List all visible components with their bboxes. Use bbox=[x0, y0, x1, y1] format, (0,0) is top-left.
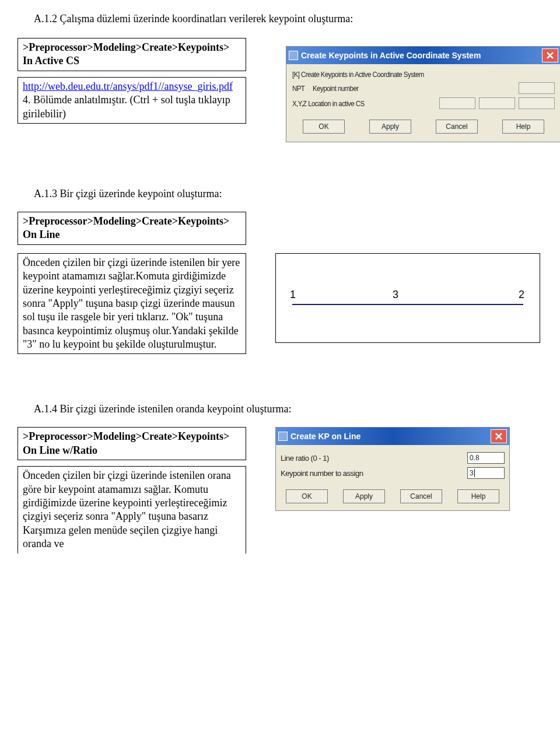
dialog1-xyz-label: X,Y,Z Location in active CS bbox=[292, 99, 422, 108]
keypoint-label-2: 2 bbox=[519, 289, 524, 301]
description-box-6: Önceden çizilen bir çizgi üzerinde isten… bbox=[18, 466, 246, 553]
dialog2-title: Create KP on Line bbox=[290, 432, 360, 441]
input-line-ratio[interactable]: 0.8 bbox=[467, 452, 505, 464]
menu-path-box-1: >Preprocessor>Modeling>Create>Keypoints>… bbox=[18, 38, 246, 71]
input-kp-number[interactable]: 3 bbox=[467, 467, 505, 479]
menu-path-box-5: >Preprocessor>Modeling>Create>Keypoints>… bbox=[18, 427, 246, 460]
menu-path-3: >Preprocessor>Modeling>Create>Keypoints> bbox=[23, 215, 229, 227]
input-y[interactable] bbox=[479, 97, 515, 109]
link-note-box: http://web.deu.edu.tr/ansys/pdf1//ansyse… bbox=[18, 77, 246, 124]
input-keypoint-number[interactable] bbox=[519, 82, 555, 94]
dialog2-titlebar: Create KP on Line bbox=[276, 428, 509, 445]
keypoint-label-1: 1 bbox=[290, 289, 296, 301]
dialog-create-keypoints: Create Keypoints in Active Coordinate Sy… bbox=[286, 46, 560, 142]
help-button[interactable]: Help bbox=[502, 120, 544, 134]
ok-button[interactable]: OK bbox=[286, 489, 328, 503]
menu-path-1: >Preprocessor>Modeling>Create>Keypoints> bbox=[23, 41, 229, 53]
pdf-link[interactable]: http://web.deu.edu.tr/ansys/pdf1//ansyse… bbox=[23, 80, 233, 92]
link-note-rest: 4. Bölümde anlatılmıştır. (Ctrl + sol tu… bbox=[23, 94, 230, 119]
cancel-button[interactable]: Cancel bbox=[400, 489, 442, 503]
keypoint-label-3: 3 bbox=[393, 289, 398, 301]
menu-path-5-sub: On Line w/Ratio bbox=[23, 444, 97, 456]
dialog1-titlebar: Create Keypoints in Active Coordinate Sy… bbox=[286, 47, 560, 64]
apply-button[interactable]: Apply bbox=[369, 120, 411, 134]
section-heading-a13: A.1.3 Bir çizgi üzerinde keypoint oluştu… bbox=[34, 188, 542, 200]
ok-button[interactable]: OK bbox=[303, 120, 345, 134]
menu-path-1-sub: In Active CS bbox=[23, 55, 79, 66]
menu-path-box-3: >Preprocessor>Modeling>Create>Keypoints>… bbox=[18, 212, 246, 245]
section-heading-a14: A.1.4 Bir çizgi üzerinde istenilen orand… bbox=[34, 403, 542, 415]
window-icon bbox=[278, 432, 288, 441]
dialog1-title: Create Keypoints in Active Coordinate Sy… bbox=[301, 51, 481, 60]
close-icon[interactable] bbox=[491, 429, 507, 443]
input-z[interactable] bbox=[519, 97, 555, 109]
menu-path-3-sub: On Line bbox=[23, 229, 60, 240]
description-box-4: Önceden çizilen bir çizgi üzerinde isten… bbox=[18, 253, 246, 355]
dialog-create-kp-on-line: Create KP on Line Line ratio (0 - 1) 0.8… bbox=[275, 427, 510, 511]
cancel-button[interactable]: Cancel bbox=[436, 120, 478, 134]
dialog1-cmdline: [K] Create Keypoints in Active Coordinat… bbox=[292, 70, 424, 79]
diagram-line bbox=[292, 304, 523, 305]
line-keypoint-diagram: 1 3 2 bbox=[275, 253, 540, 343]
close-icon[interactable] bbox=[542, 48, 558, 62]
window-icon bbox=[289, 51, 298, 60]
dialog1-npt-label: Keypoint number bbox=[313, 84, 359, 93]
menu-path-5: >Preprocessor>Modeling>Create>Keypoints> bbox=[23, 430, 229, 442]
input-x[interactable] bbox=[439, 97, 475, 109]
section-heading-a12: A.1.2 Çalışma düzlemi üzerinde koordinat… bbox=[34, 13, 542, 25]
dialog2-ratio-label: Line ratio (0 - 1) bbox=[281, 454, 467, 463]
apply-button[interactable]: Apply bbox=[343, 489, 385, 503]
dialog2-kpnum-label: Keypoint number to assign bbox=[281, 469, 467, 478]
dialog1-npt: NPT bbox=[292, 84, 304, 93]
help-button[interactable]: Help bbox=[457, 489, 499, 503]
